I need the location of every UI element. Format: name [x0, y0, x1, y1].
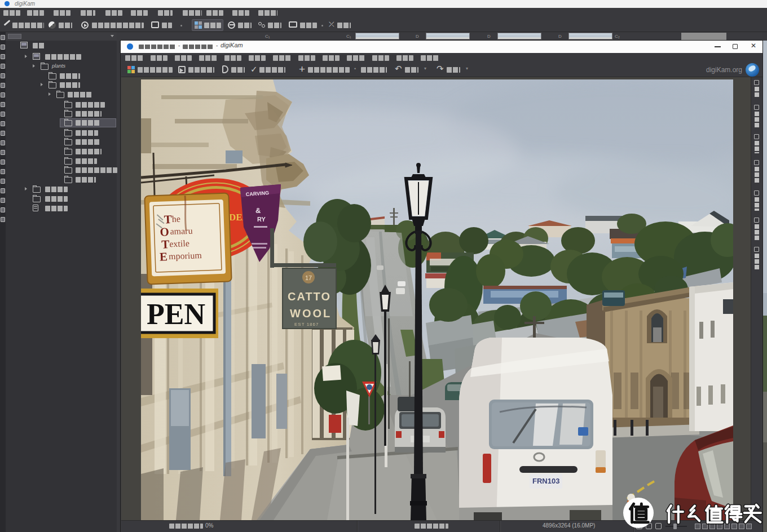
svg-text:FRN103: FRN103	[532, 477, 559, 485]
svg-text:he: he	[171, 214, 180, 224]
svg-text:RY: RY	[257, 216, 266, 223]
svg-text:T: T	[161, 237, 170, 251]
svg-text:WOOL: WOOL	[290, 307, 332, 320]
svg-text:&: &	[255, 206, 261, 215]
svg-text:T: T	[164, 212, 172, 226]
svg-text:amaru: amaru	[170, 226, 193, 236]
svg-text:E: E	[160, 250, 168, 263]
svg-text:PEN: PEN	[147, 298, 205, 330]
svg-text:extile: extile	[169, 238, 189, 249]
svg-text:17: 17	[305, 274, 312, 281]
svg-text:mporium: mporium	[169, 250, 202, 261]
svg-text:CATTO: CATTO	[288, 290, 331, 303]
svg-text:EST 1867: EST 1867	[294, 322, 319, 327]
